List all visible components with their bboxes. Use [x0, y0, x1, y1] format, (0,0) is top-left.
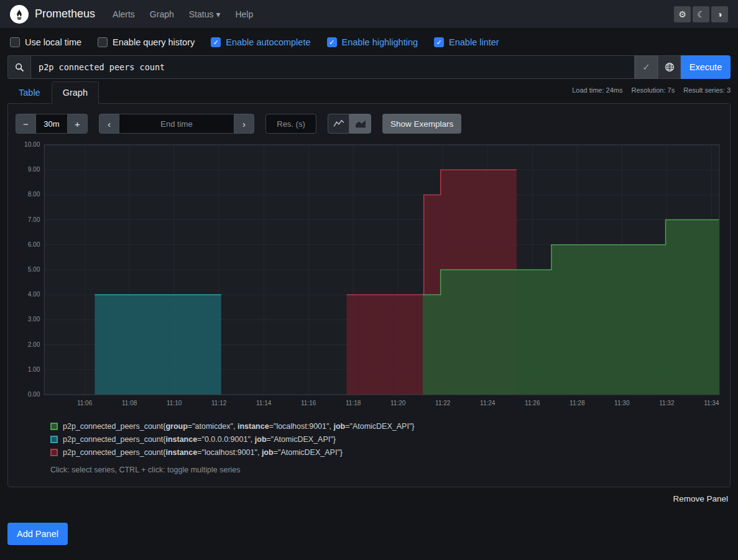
resolution-input[interactable]: [265, 114, 316, 134]
checkbox-box: ✓: [327, 37, 337, 47]
graph-svg[interactable]: 0.001.002.003.004.005.006.007.008.009.00…: [16, 140, 722, 412]
checkbox-box: ✓: [211, 37, 221, 47]
chevron-left-icon: ‹: [108, 119, 111, 129]
chart-container: 0.001.002.003.004.005.006.007.008.009.00…: [16, 140, 722, 412]
brand[interactable]: Prometheus: [10, 5, 95, 24]
remove-panel-link[interactable]: Remove Panel: [673, 494, 728, 503]
app-title: Prometheus: [35, 7, 95, 21]
show-exemplars-button[interactable]: Show Exemplars: [382, 114, 461, 134]
check-icon: ✓: [436, 39, 441, 46]
panel-footer: Remove Panel: [10, 493, 728, 504]
checkbox-enable-query-history[interactable]: ✓ Enable query history: [98, 37, 195, 47]
range-increase-button[interactable]: +: [67, 114, 88, 134]
end-time-input[interactable]: [119, 114, 234, 134]
svg-text:11:16: 11:16: [301, 400, 316, 406]
checkbox-enable-highlighting[interactable]: ✓ Enable highlighting: [327, 37, 418, 47]
svg-text:0.00: 0.00: [28, 391, 40, 398]
search-icon: [15, 63, 24, 72]
checkbox-label: Use local time: [25, 37, 81, 47]
svg-text:5.00: 5.00: [28, 266, 40, 273]
time-back-button[interactable]: ‹: [99, 114, 119, 134]
execute-button[interactable]: Execute: [681, 55, 731, 79]
svg-text:11:08: 11:08: [122, 400, 137, 406]
svg-text:7.00: 7.00: [28, 216, 40, 223]
legend-hint: Click: select series, CTRL + click: togg…: [50, 466, 722, 474]
query-input[interactable]: [30, 55, 635, 79]
tab-graph[interactable]: Graph: [52, 81, 99, 104]
legend-item[interactable]: p2p_connected_peers_count{instance="loca…: [50, 448, 722, 457]
svg-text:8.00: 8.00: [28, 191, 40, 198]
checkbox-box: ✓: [98, 37, 108, 47]
svg-text:11:22: 11:22: [435, 400, 451, 406]
time-forward-button[interactable]: ›: [234, 114, 254, 134]
result-series: Result series: 3: [683, 86, 731, 94]
line-graph-button[interactable]: [328, 114, 349, 134]
nav-link-help[interactable]: Help: [235, 9, 253, 19]
range-decrease-button[interactable]: −: [16, 114, 36, 134]
resolution: Resolution: 7s: [631, 86, 675, 94]
svg-text:1.00: 1.00: [28, 366, 40, 373]
svg-text:2.00: 2.00: [28, 341, 40, 348]
gear-icon: ⚙: [678, 9, 686, 19]
svg-text:11:12: 11:12: [211, 400, 227, 406]
svg-text:11:06: 11:06: [77, 400, 93, 406]
graph-toolbar: − + ‹ › Show Exemplars: [16, 114, 722, 134]
graph-panel: − + ‹ › Show Exemplars 0.001.002.003.004…: [7, 103, 731, 487]
svg-text:11:14: 11:14: [256, 400, 272, 406]
contrast-icon: ◑: [717, 9, 722, 19]
legend-swatch: [50, 436, 58, 443]
checkbox-use-local-time[interactable]: ✓ Use local time: [10, 37, 81, 47]
options-row: ✓ Use local time ✓ Enable query history …: [0, 28, 738, 54]
tab-table[interactable]: Table: [7, 81, 52, 104]
metrics-explorer-button[interactable]: [658, 55, 681, 79]
stacked-graph-button[interactable]: [349, 114, 371, 134]
checkbox-label: Enable autocomplete: [226, 37, 310, 47]
range-controls: − +: [16, 114, 88, 134]
checkbox-box: ✓: [434, 37, 444, 47]
checkbox-box: ✓: [10, 37, 20, 47]
nav-link-graph[interactable]: Graph: [150, 9, 174, 19]
query-bar: ✓ Execute: [7, 55, 731, 79]
navbar-actions: ⚙ ☾ ◑: [674, 6, 728, 22]
tabs-row: Table Graph Load time: 24ms Resolution: …: [7, 81, 731, 103]
svg-text:11:18: 11:18: [346, 400, 361, 406]
search-button[interactable]: [7, 55, 30, 79]
prometheus-logo-icon: [10, 5, 29, 24]
time-controls: ‹ ›: [99, 114, 254, 134]
add-panel-button[interactable]: Add Panel: [7, 523, 68, 545]
svg-text:11:24: 11:24: [480, 400, 496, 406]
svg-text:9.00: 9.00: [28, 166, 40, 173]
svg-text:10.00: 10.00: [24, 141, 40, 148]
svg-text:4.00: 4.00: [28, 291, 40, 298]
svg-text:11:34: 11:34: [704, 400, 719, 406]
legend-swatch: [50, 449, 58, 456]
nav-link-status-dropdown[interactable]: Status ▾: [189, 9, 221, 19]
query-valid-button[interactable]: ✓: [635, 55, 658, 79]
caret-down-icon: ▾: [216, 9, 220, 19]
svg-text:11:10: 11:10: [167, 400, 182, 406]
svg-text:3.00: 3.00: [28, 316, 40, 323]
add-panel-row: Add Panel: [7, 523, 731, 545]
legend-item[interactable]: p2p_connected_peers_count{group="atomicd…: [50, 422, 722, 431]
globe-icon: [665, 62, 675, 72]
check-icon: ✓: [642, 62, 650, 73]
legend-item[interactable]: p2p_connected_peers_count{instance="0.0.…: [50, 435, 722, 444]
check-icon: ✓: [213, 39, 219, 46]
range-input[interactable]: [36, 114, 67, 134]
settings-button[interactable]: ⚙: [674, 6, 691, 22]
svg-text:6.00: 6.00: [28, 241, 40, 248]
checkbox-enable-linter[interactable]: ✓ Enable linter: [434, 37, 499, 47]
auto-theme-button[interactable]: ◑: [711, 6, 728, 22]
legend-series-label: p2p_connected_peers_count{group="atomicd…: [63, 422, 415, 431]
checkbox-enable-autocomplete[interactable]: ✓ Enable autocomplete: [211, 37, 310, 47]
nav-link-alerts[interactable]: Alerts: [113, 9, 135, 19]
dark-theme-button[interactable]: ☾: [693, 6, 709, 22]
check-icon: ✓: [99, 39, 105, 46]
graph-type-toggle: [328, 114, 371, 134]
query-stats: Load time: 24ms Resolution: 7s Result se…: [572, 86, 731, 103]
load-time: Load time: 24ms: [572, 86, 622, 94]
check-icon: ✓: [12, 39, 17, 46]
svg-text:11:32: 11:32: [659, 400, 675, 406]
svg-text:11:20: 11:20: [390, 400, 406, 406]
checkbox-label: Enable linter: [449, 37, 499, 47]
